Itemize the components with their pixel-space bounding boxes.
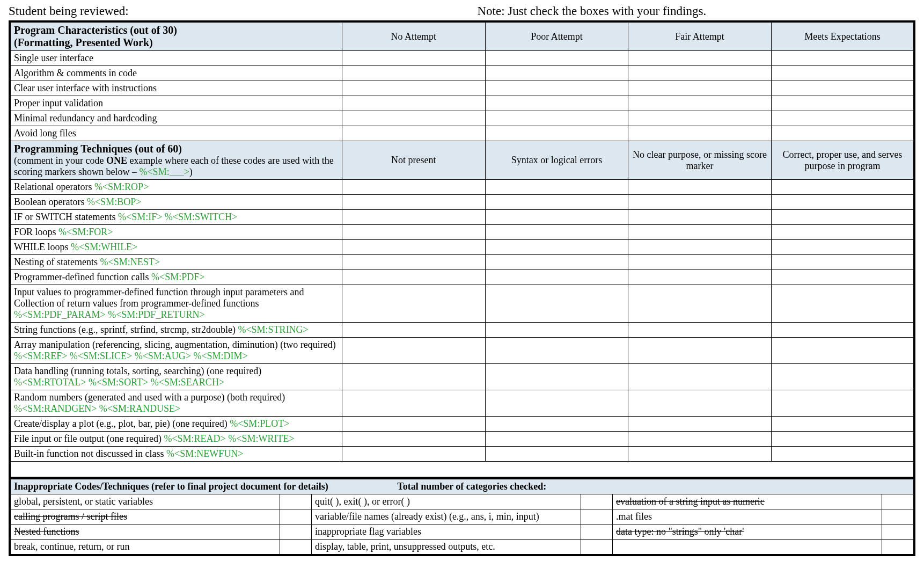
rubric-checkbox-cell[interactable]: [342, 111, 486, 126]
rubric-checkbox-cell[interactable]: [771, 111, 914, 126]
rubric-checkbox-cell[interactable]: [342, 447, 486, 462]
rubric-checkbox-cell[interactable]: [342, 323, 486, 338]
rubric-checkbox-cell[interactable]: [342, 225, 486, 240]
inap-checkbox-cell[interactable]: [581, 509, 612, 524]
rubric-checkbox-cell[interactable]: [485, 432, 628, 447]
rubric-checkbox-cell[interactable]: [485, 195, 628, 210]
rubric-checkbox-cell[interactable]: [485, 255, 628, 270]
rubric-checkbox-cell[interactable]: [628, 195, 772, 210]
rubric-checkbox-cell[interactable]: [628, 81, 772, 96]
rubric-checkbox-cell[interactable]: [342, 417, 486, 432]
rubric-checkbox-cell[interactable]: [628, 390, 772, 417]
rubric-checkbox-cell[interactable]: [485, 240, 628, 255]
rubric-checkbox-cell[interactable]: [771, 96, 914, 111]
rubric-checkbox-cell[interactable]: [628, 417, 772, 432]
rubric-checkbox-cell[interactable]: [628, 225, 772, 240]
rubric-checkbox-cell[interactable]: [628, 111, 772, 126]
rubric-checkbox-cell[interactable]: [342, 195, 486, 210]
rubric-checkbox-cell[interactable]: [771, 364, 914, 390]
rubric-checkbox-cell[interactable]: [771, 51, 914, 66]
rubric-checkbox-cell[interactable]: [628, 126, 772, 141]
rubric-checkbox-cell[interactable]: [771, 255, 914, 270]
rubric-checkbox-cell[interactable]: [771, 225, 914, 240]
criterion-label: Proper input validation: [10, 96, 342, 111]
rubric-checkbox-cell[interactable]: [628, 255, 772, 270]
rubric-checkbox-cell[interactable]: [485, 96, 628, 111]
rubric-checkbox-cell[interactable]: [628, 240, 772, 255]
rubric-checkbox-cell[interactable]: [771, 126, 914, 141]
inap-checkbox-cell[interactable]: [581, 494, 612, 509]
rubric-checkbox-cell[interactable]: [485, 225, 628, 240]
inap-checkbox-cell[interactable]: [280, 494, 311, 509]
rubric-checkbox-cell[interactable]: [771, 447, 914, 462]
rubric-checkbox-cell[interactable]: [628, 338, 772, 364]
rubric-checkbox-cell[interactable]: [771, 195, 914, 210]
table-row: Programmer-defined function calls %<SM:P…: [10, 270, 914, 285]
rubric-checkbox-cell[interactable]: [342, 338, 486, 364]
rubric-checkbox-cell[interactable]: [342, 96, 486, 111]
rubric-checkbox-cell[interactable]: [628, 270, 772, 285]
rubric-checkbox-cell[interactable]: [771, 390, 914, 417]
rubric-checkbox-cell[interactable]: [485, 180, 628, 195]
rubric-checkbox-cell[interactable]: [342, 364, 486, 390]
rubric-checkbox-cell[interactable]: [628, 285, 772, 323]
rubric-checkbox-cell[interactable]: [485, 270, 628, 285]
rubric-checkbox-cell[interactable]: [771, 417, 914, 432]
rubric-checkbox-cell[interactable]: [628, 51, 772, 66]
rubric-checkbox-cell[interactable]: [485, 126, 628, 141]
rubric-checkbox-cell[interactable]: [485, 447, 628, 462]
rubric-checkbox-cell[interactable]: [771, 240, 914, 255]
rubric-checkbox-cell[interactable]: [628, 210, 772, 225]
rubric-checkbox-cell[interactable]: [771, 338, 914, 364]
inap-checkbox-cell[interactable]: [882, 494, 914, 509]
rubric-checkbox-cell[interactable]: [342, 240, 486, 255]
rubric-checkbox-cell[interactable]: [342, 180, 486, 195]
inap-checkbox-cell[interactable]: [280, 509, 311, 524]
inap-checkbox-cell[interactable]: [581, 540, 612, 556]
rubric-checkbox-cell[interactable]: [485, 66, 628, 81]
rubric-checkbox-cell[interactable]: [771, 81, 914, 96]
rubric-checkbox-cell[interactable]: [628, 66, 772, 81]
rubric-checkbox-cell[interactable]: [342, 210, 486, 225]
inap-checkbox-cell[interactable]: [581, 524, 612, 540]
rubric-checkbox-cell[interactable]: [342, 66, 486, 81]
rubric-checkbox-cell[interactable]: [342, 285, 486, 323]
rubric-checkbox-cell[interactable]: [771, 270, 914, 285]
rubric-checkbox-cell[interactable]: [485, 417, 628, 432]
rubric-checkbox-cell[interactable]: [485, 210, 628, 225]
rubric-checkbox-cell[interactable]: [342, 81, 486, 96]
inap-checkbox-cell[interactable]: [280, 540, 311, 556]
inap-checkbox-cell[interactable]: [882, 509, 914, 524]
rubric-checkbox-cell[interactable]: [628, 96, 772, 111]
rubric-checkbox-cell[interactable]: [628, 447, 772, 462]
rubric-checkbox-cell[interactable]: [485, 390, 628, 417]
rubric-checkbox-cell[interactable]: [342, 390, 486, 417]
rubric-checkbox-cell[interactable]: [485, 323, 628, 338]
rubric-checkbox-cell[interactable]: [342, 51, 486, 66]
rubric-checkbox-cell[interactable]: [628, 180, 772, 195]
rubric-checkbox-cell[interactable]: [628, 364, 772, 390]
rubric-checkbox-cell[interactable]: [485, 81, 628, 96]
rubric-checkbox-cell[interactable]: [771, 285, 914, 323]
inap-checkbox-cell[interactable]: [280, 524, 311, 540]
rubric-checkbox-cell[interactable]: [485, 51, 628, 66]
rubric-checkbox-cell[interactable]: [485, 111, 628, 126]
rubric-checkbox-cell[interactable]: [771, 210, 914, 225]
rubric-checkbox-cell[interactable]: [342, 432, 486, 447]
rubric-checkbox-cell[interactable]: [485, 285, 628, 323]
rubric-checkbox-cell[interactable]: [771, 180, 914, 195]
score-marker: %<SM:ROP>: [94, 181, 149, 192]
rubric-checkbox-cell[interactable]: [342, 126, 486, 141]
inap-checkbox-cell[interactable]: [882, 540, 914, 556]
rubric-checkbox-cell[interactable]: [342, 270, 486, 285]
rubric-checkbox-cell[interactable]: [628, 432, 772, 447]
rubric-checkbox-cell[interactable]: [771, 432, 914, 447]
inap-label: global, persistent, or static variables: [10, 494, 280, 509]
rubric-checkbox-cell[interactable]: [628, 323, 772, 338]
rubric-checkbox-cell[interactable]: [485, 338, 628, 364]
rubric-checkbox-cell[interactable]: [485, 364, 628, 390]
rubric-checkbox-cell[interactable]: [342, 255, 486, 270]
inap-checkbox-cell[interactable]: [882, 524, 914, 540]
rubric-checkbox-cell[interactable]: [771, 323, 914, 338]
rubric-checkbox-cell[interactable]: [771, 66, 914, 81]
